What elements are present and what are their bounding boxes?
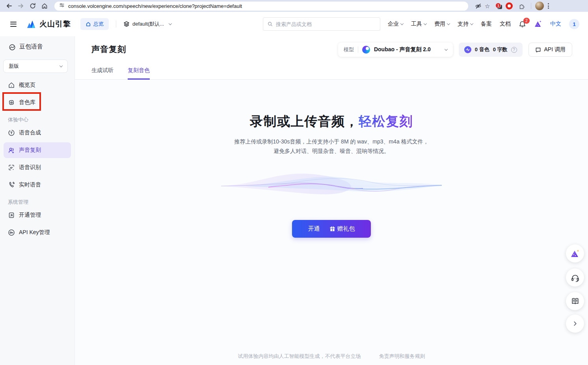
voice-library-icon — [8, 99, 15, 106]
footer-disclaimer: 试用体验内容均由人工智能模型生成，不代表平台立场 — [238, 353, 361, 360]
realtime-voice-icon — [8, 181, 15, 188]
sidebar-section-experience: 体验中心 — [8, 116, 74, 123]
browser-reload-icon[interactable] — [28, 1, 38, 11]
language-switcher[interactable]: 中文 — [550, 20, 561, 28]
waveform-graphic — [221, 166, 442, 207]
url-text[interactable]: console.volcengine.com/speech/new/experi… — [68, 3, 242, 9]
notification-badge: 2 — [523, 18, 530, 24]
headset-icon — [571, 273, 580, 282]
api-key-icon — [8, 229, 15, 236]
sidebar-product-title: 豆包语音 — [9, 43, 74, 50]
sidebar-section-system: 系统管理 — [8, 199, 74, 206]
activation-doc-icon — [8, 212, 15, 219]
hero-description: 推荐上传或录制10-30s音频，上传支持小于 8M 的 wav、mp3、m4a … — [234, 137, 428, 156]
page-header: 声音复刻 模型 Doubao - 声音复刻 2.0 0 音色 0 字数 ? — [75, 36, 588, 80]
browser-back-icon[interactable] — [4, 1, 14, 11]
menu-billing[interactable]: 费用 — [434, 20, 450, 28]
model-label: 模型 — [344, 46, 354, 53]
browser-forward-icon[interactable] — [16, 1, 26, 11]
chevron-down-icon — [400, 22, 404, 25]
site-info-icon[interactable] — [59, 2, 65, 9]
tab-generate-audition[interactable]: 生成试听 — [91, 67, 114, 80]
hamburger-menu-icon[interactable] — [9, 20, 18, 28]
version-select[interactable]: 新版 — [3, 60, 68, 73]
voice-clone-icon — [8, 147, 15, 154]
chevron-down-icon — [447, 22, 450, 25]
search-icon — [268, 21, 273, 27]
home-icon — [8, 82, 15, 89]
page-title: 声音复刻 — [91, 44, 126, 55]
gift-icon — [329, 226, 335, 232]
activate-gift-button[interactable]: 开通 赠礼包 — [292, 220, 371, 238]
quota-badge: 0 音色 0 字数 ? — [459, 43, 523, 57]
brand-text: 火山引擎 — [39, 19, 71, 29]
notifications-button[interactable]: 2 — [519, 20, 526, 28]
extension-icon-red[interactable] — [506, 2, 513, 9]
activate-label: 开通 — [308, 225, 320, 233]
hero-title: 录制或上传音频，轻松复刻 — [250, 113, 413, 130]
sidebar-item-api-key[interactable]: API Key管理 — [4, 225, 71, 240]
search-input[interactable] — [276, 21, 376, 27]
speech-synthesis-icon — [8, 129, 15, 136]
help-icon[interactable]: ? — [511, 47, 517, 53]
sidebar-item-voice-clone[interactable]: 声音复刻 — [4, 142, 71, 158]
float-docs-button[interactable] — [566, 292, 584, 310]
bookmark-star-icon[interactable]: ☆ — [485, 3, 490, 9]
hero-title-accent: 轻松复刻 — [359, 114, 413, 128]
model-selector[interactable]: 模型 Doubao - 声音复刻 2.0 — [338, 43, 453, 57]
extensions-puzzle-icon[interactable] — [517, 1, 527, 11]
quota-chars: 0 字数 — [493, 46, 508, 53]
overview-button[interactable]: 总览 — [80, 18, 109, 30]
tab-bar: 生成试听 复刻音色 — [91, 67, 150, 80]
chevron-down-icon — [60, 64, 63, 67]
chevron-right-icon — [571, 320, 579, 328]
console-topnav: 火山引擎 总览 default(默认... 企业 工具 费用 支持 备案 文档 … — [0, 12, 588, 36]
footer-links[interactable]: 免责声明和服务规则 — [379, 353, 425, 360]
chevron-down-icon — [470, 22, 473, 25]
ai-assistant-icon[interactable] — [534, 20, 542, 29]
browser-home-icon[interactable] — [39, 1, 50, 11]
float-support-button[interactable] — [566, 268, 584, 287]
doubao-voice-icon — [9, 43, 16, 50]
sidebar-item-voice-library[interactable]: 音色库 — [4, 95, 71, 110]
sidebar-item-asr[interactable]: 语音识别 — [4, 160, 71, 175]
quota-voices: 0 音色 — [475, 46, 489, 53]
quota-wave-icon — [464, 46, 471, 53]
model-value: Doubao - 声音复刻 2.0 — [374, 46, 431, 53]
doubao-model-icon — [362, 46, 370, 54]
browser-toolbar: console.volcengine.com/speech/new/experi… — [0, 0, 588, 12]
sidebar-item-overview[interactable]: 概览页 — [4, 77, 71, 93]
link-docs[interactable]: 文档 — [500, 20, 511, 28]
link-beian[interactable]: 备案 — [481, 20, 492, 28]
page-footer: 试用体验内容均由人工智能模型生成，不代表平台立场 免责声明和服务规则 — [238, 353, 425, 360]
speech-recognition-icon — [8, 164, 15, 171]
content-area: 录制或上传音频，轻松复刻 推荐上传或录制10-30s音频，上传支持小于 8M 的… — [75, 80, 588, 365]
sidebar-item-tts[interactable]: 语音合成 — [4, 125, 71, 141]
float-collapse-button[interactable] — [566, 315, 584, 333]
account-avatar[interactable]: 1 — [569, 19, 579, 29]
volcengine-logo-icon — [26, 19, 37, 29]
sidebar: 豆包语音 新版 概览页 音色库 体验中心 语音合成 — [0, 36, 75, 365]
tab-clone-voice[interactable]: 复刻音色 — [128, 67, 150, 80]
volcengine-logo[interactable]: 火山引擎 — [26, 19, 71, 29]
chevron-down-icon — [445, 47, 448, 50]
menu-tools[interactable]: 工具 — [411, 20, 426, 28]
api-call-button[interactable]: API 调用 — [528, 43, 572, 57]
browser-menu-icon[interactable] — [545, 3, 551, 9]
gift-pack-label: 赠礼包 — [337, 225, 355, 233]
browser-profile-avatar[interactable] — [535, 2, 544, 10]
open-book-icon — [571, 297, 580, 306]
address-bar[interactable]: console.volcengine.com/speech/new/experi… — [54, 2, 468, 11]
sidebar-item-realtime[interactable]: 实时语音 — [4, 177, 71, 193]
sidebar-item-activation[interactable]: 开通管理 — [4, 207, 71, 223]
menu-enterprise[interactable]: 企业 — [388, 20, 403, 28]
menu-support[interactable]: 支持 — [458, 20, 473, 28]
chevron-down-icon — [424, 22, 427, 25]
chevron-down-icon — [169, 22, 172, 25]
float-ai-assistant-button[interactable] — [566, 244, 584, 263]
password-hidden-eye-icon[interactable] — [473, 1, 483, 11]
global-search[interactable] — [263, 17, 380, 31]
project-selector[interactable]: default(默认... — [123, 20, 171, 28]
home-icon — [86, 21, 91, 27]
ai-mountain-icon — [570, 249, 580, 258]
